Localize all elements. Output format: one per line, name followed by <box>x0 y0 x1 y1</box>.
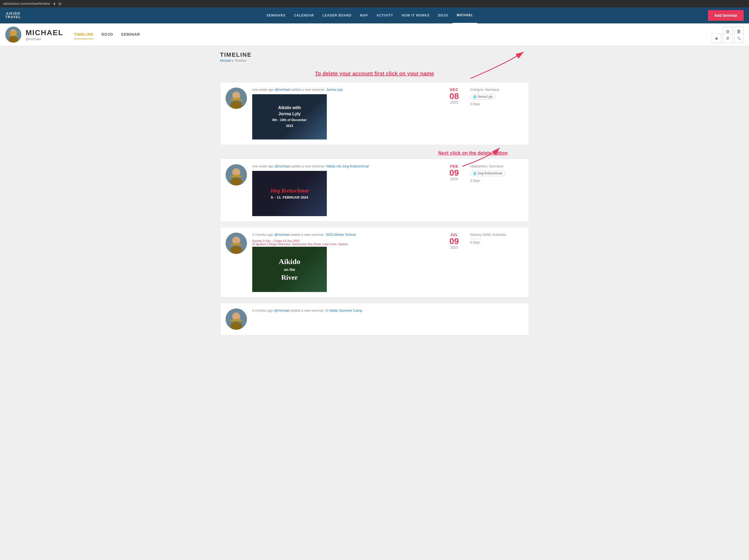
seminar-image[interactable]: Jörg Kretzschmar 9. - 11. FEBRUAR 2024 <box>252 171 327 216</box>
logo[interactable]: AIKIDO TRAVEL <box>5 12 21 19</box>
item-action: added a new seminar: <box>291 309 325 312</box>
item-date: FEB 09 2024 <box>444 164 465 181</box>
item-avatar <box>226 309 247 330</box>
tab-seminar[interactable]: SEMINAR <box>121 30 141 39</box>
add-seminar-button[interactable]: Add Seminar <box>708 10 744 21</box>
breadcrumb-sep: ▸ <box>232 59 234 63</box>
instruction-text-2: Next click on the delete button <box>220 150 529 159</box>
browser-icons: ★ ⊞ <box>53 2 62 6</box>
timeline-items: one week ago @michael added a new semina… <box>220 82 529 335</box>
nav-leaderboard[interactable]: LEADER BOARD <box>318 7 356 23</box>
nav-activity[interactable]: ACTIVITY <box>372 7 398 23</box>
item-action: added a new seminar: <box>291 88 325 92</box>
svg-point-12 <box>230 178 242 185</box>
breadcrumb-root[interactable]: Michael <box>220 59 231 63</box>
info-location: Hildesheim, Germany <box>470 164 523 168</box>
date-year: 2023 <box>450 245 458 249</box>
item-body: 4 months ago @michael added a new semina… <box>252 232 438 292</box>
item-meta: 4 months ago @michael added a new semina… <box>252 309 523 312</box>
seminar-image-text: Aikido on the River <box>279 256 300 283</box>
rss-button[interactable]: ◉ <box>712 33 721 43</box>
item-seminar-link[interactable]: Aikido mit Jorg Kretzschmar <box>326 164 369 168</box>
nav-howitworks[interactable]: HOW IT WORKS <box>398 7 434 23</box>
date-day: 09 <box>449 237 459 245</box>
browser-bar: aikidotravel.com/michael/timeline ★ ⊞ <box>0 0 749 7</box>
nav-calendar[interactable]: CALENDAR <box>290 7 318 23</box>
item-info: Sydney NSW, Australia 5 Days <box>470 232 523 244</box>
item-info: Cologne, Germany Jorma Lyly 3 Days <box>470 88 523 106</box>
timeline-item: 4 months ago @michael added a new semina… <box>220 303 529 335</box>
profile-tabs: TIMELINE DOJO SEMINAR <box>74 30 141 39</box>
item-body: 4 months ago @michael added a new semina… <box>252 309 523 315</box>
info-location: Sydney NSW, Australia <box>470 232 523 237</box>
info-duration: 5 Days <box>470 241 523 244</box>
seminar-image[interactable]: Aikido on the River <box>252 247 327 292</box>
timeline-item: one week ago @michael added a new semina… <box>220 159 529 222</box>
item-meta: one week ago @michael added a new semina… <box>252 164 438 168</box>
item-date: JUL 09 2023 <box>444 232 465 249</box>
nav-map[interactable]: MAP <box>356 7 372 23</box>
instruction-text-1: To delete your account first click on yo… <box>220 68 529 77</box>
info-tag[interactable]: Jorg Kretzschmar <box>470 170 505 176</box>
timeline-header: TIMELINE Michael ▸ Timeline <box>220 51 529 63</box>
date-year: 2023 <box>450 100 458 104</box>
breadcrumb-current: Timeline <box>234 59 247 63</box>
main-content: TIMELINE Michael ▸ Timeline To delete yo… <box>215 46 534 346</box>
item-age: 4 months ago <box>252 232 273 237</box>
item-user[interactable]: @michael <box>275 164 290 168</box>
svg-rect-4 <box>9 31 17 33</box>
item-user[interactable]: @michael <box>274 232 290 237</box>
logo-line2: TRAVEL <box>5 16 21 19</box>
item-subtitle: Sunday 9 July – Friday 14 July 2023St Ig… <box>252 239 438 246</box>
breadcrumb: Michael ▸ Timeline <box>220 59 529 63</box>
svg-point-18 <box>230 322 242 330</box>
seminar-image-text: Jörg Kretzschmar 9. - 11. FEBRUAR 2024 <box>270 187 309 200</box>
item-info: Hildesheim, Germany Jorg Kretzschmar 3 D… <box>470 164 523 183</box>
ext-icon[interactable]: ⊞ <box>58 2 62 6</box>
date-year: 2024 <box>450 177 458 181</box>
profile-name: MICHAEL <box>26 28 63 37</box>
item-action: added a new seminar: <box>291 164 325 168</box>
annotation-area-2: Next click on the delete button <box>220 150 529 159</box>
nav-dojo[interactable]: DOJO <box>434 7 452 23</box>
nav-links: SEMINARS CALENDAR LEADER BOARD MAP ACTIV… <box>32 7 708 23</box>
item-meta: 4 months ago @michael added a new semina… <box>252 232 438 237</box>
date-day: 08 <box>449 92 459 100</box>
nav-seminars[interactable]: SEMINARS <box>262 7 290 23</box>
timeline-item: one week ago @michael added a new semina… <box>220 82 529 145</box>
top-nav: AIKIDO TRAVEL SEMINARS CALENDAR LEADER B… <box>0 7 749 23</box>
date-day: 09 <box>449 169 459 177</box>
item-seminar-link[interactable]: X Aikido Summer Camp <box>326 309 363 312</box>
timeline-item: 4 months ago @michael added a new semina… <box>220 227 529 297</box>
item-user[interactable]: @michael <box>275 88 290 92</box>
tab-timeline[interactable]: TIMELINE <box>74 30 93 39</box>
profile-handle: @michael <box>26 37 63 41</box>
item-seminar-link[interactable]: 2023 Winter School <box>326 232 356 237</box>
item-age: 4 months ago <box>252 309 273 312</box>
star-icon[interactable]: ★ <box>53 2 56 6</box>
info-duration: 3 Days <box>470 179 523 183</box>
info-duration: 3 Days <box>470 102 523 106</box>
item-avatar <box>226 88 247 109</box>
svg-point-2 <box>8 36 18 43</box>
item-date: DEC 08 2023 <box>444 88 465 104</box>
profile-header: MICHAEL @michael TIMELINE DOJO SEMINAR ⚙… <box>0 23 749 46</box>
avatar <box>5 27 21 43</box>
mention-button[interactable]: @ <box>723 33 732 43</box>
timeline-title: TIMELINE <box>220 51 529 58</box>
item-avatar <box>226 232 247 254</box>
search-button[interactable]: 🔍 <box>734 33 744 43</box>
item-seminar-link[interactable]: Jorma Lyly <box>326 88 343 92</box>
nav-michael[interactable]: MICHAEL <box>452 7 477 23</box>
item-action: added a new seminar: <box>291 232 325 237</box>
info-tag[interactable]: Jorma Lyly <box>470 94 496 99</box>
item-body: one week ago @michael added a new semina… <box>252 164 438 216</box>
url-bar[interactable]: aikidotravel.com/michael/timeline <box>3 2 50 6</box>
tab-dojo[interactable]: DOJO <box>102 30 113 39</box>
info-location: Cologne, Germany <box>470 88 523 92</box>
seminar-image[interactable]: Aikido withJorma Lyly8th - 10th of Decem… <box>252 94 327 139</box>
item-avatar <box>226 164 247 185</box>
item-meta: one week ago @michael added a new semina… <box>252 88 438 92</box>
profile-sub-icons: ◉ @ 🔍 <box>712 33 744 43</box>
item-user[interactable]: @michael <box>274 309 290 312</box>
